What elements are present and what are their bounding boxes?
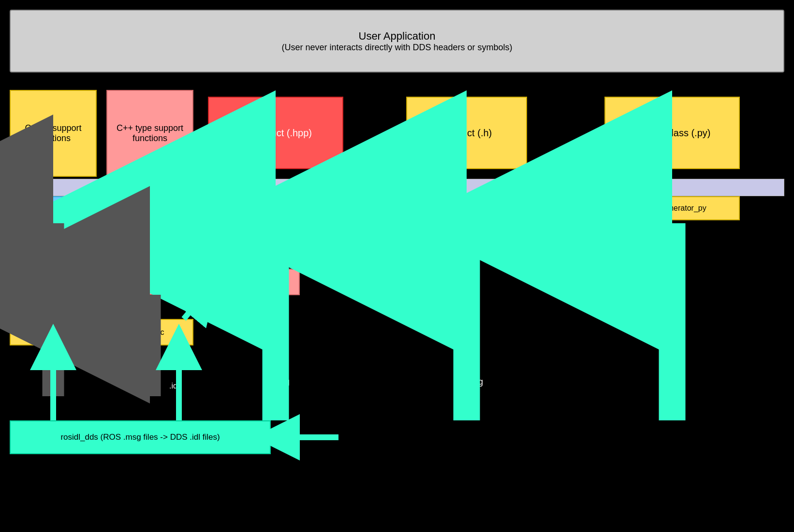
c-type-support-label: C type support functions <box>15 123 92 144</box>
dds-vendor-box: DDS Vendor Specific Funcs. <box>10 196 169 220</box>
generator-c-box: rosidl_generator_c <box>406 196 527 220</box>
cpp-type-support-label: C++ type support functions <box>111 123 189 144</box>
user-app-title: User Application <box>359 30 436 43</box>
msg-label-3: .msg <box>662 377 681 387</box>
python-class-box: Python class (.py) <box>604 97 740 169</box>
msg-label-2: .msg <box>464 377 483 387</box>
user-app-subtitle: (User never interacts directly with DDS … <box>281 43 512 53</box>
typesupport-cpp-box: rosidl_typesupport_<dds_vendor>_cpp <box>106 269 300 295</box>
diagram-container: User Application (User never interacts d… <box>0 0 794 532</box>
msg-label-1: .msg <box>271 377 290 387</box>
cpp-type-support-box: C++ type support functions <box>106 90 193 177</box>
generator-cpp-label: rosidl_generator_cpp <box>239 204 312 213</box>
typesupport-c-label: rosidl_typesupport_<dds_vendor>_c <box>39 328 164 337</box>
c-type-support-box: C type support functions <box>10 90 97 177</box>
generator-py-label: rosidl_generator_py <box>638 204 706 213</box>
rosidl-dds-label: rosidl_dds (ROS .msg files -> DDS .idl f… <box>60 432 220 442</box>
idl-label-1: .idl <box>46 382 56 390</box>
for-each-msg-label: For each .msg <box>369 183 425 193</box>
generator-cpp-box: rosidl_generator_cpp <box>208 196 343 220</box>
for-each-msg-banner: For each .msg <box>10 179 784 196</box>
arrow-typesupport-c-to-cpp <box>184 296 203 319</box>
c-struct-label: C struct (.h) <box>441 128 492 139</box>
typesupport-cpp-label: rosidl_typesupport_<dds_vendor>_cpp <box>136 278 270 287</box>
generator-c-label: rosidl_generator_c <box>435 204 499 213</box>
c-struct-box: C struct (.h) <box>406 97 527 169</box>
rosidl-dds-box: rosidl_dds (ROS .msg files -> DDS .idl f… <box>10 420 271 454</box>
typesupport-c-box: rosidl_typesupport_<dds_vendor>_c <box>10 319 193 345</box>
dds-vendor-label: DDS Vendor Specific Funcs. <box>38 203 141 213</box>
cpp-struct-label: C++ struct (.hpp) <box>239 128 312 139</box>
idl-label-2: .idl <box>169 382 179 390</box>
cpp-struct-box: C++ struct (.hpp) <box>208 97 343 169</box>
python-class-label: Python class (.py) <box>634 128 711 139</box>
user-app-box: User Application (User never interacts d… <box>10 10 784 72</box>
generator-py-box: rosidl_generator_py <box>604 196 740 220</box>
